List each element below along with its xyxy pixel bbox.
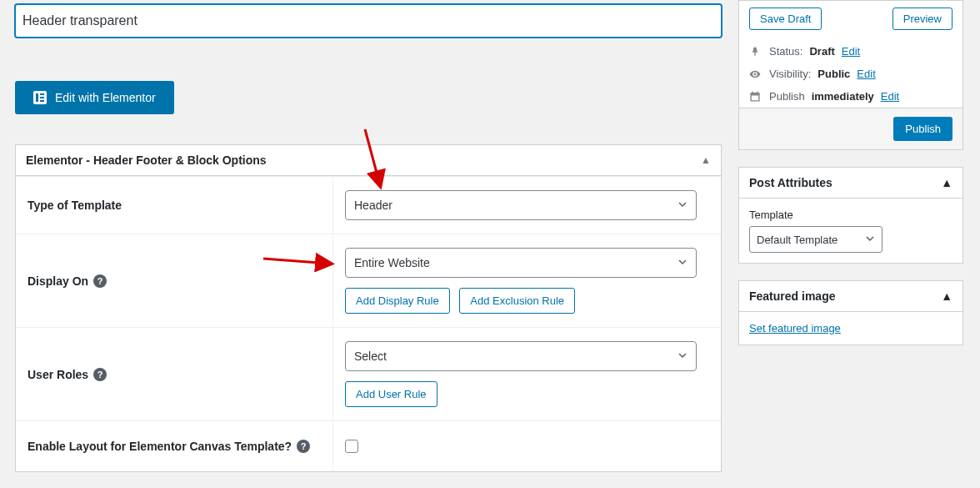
collapse-icon: ▲ [701, 154, 711, 166]
type-of-template-select[interactable]: Header [345, 190, 697, 220]
add-display-rule-button[interactable]: Add Display Rule [345, 288, 450, 314]
type-of-template-label: Type of Template [28, 199, 122, 212]
visibility-value: Public [818, 68, 850, 80]
post-attributes-title: Post Attributes [749, 176, 832, 189]
calendar-icon [749, 91, 762, 103]
collapse-icon: ▲ [941, 176, 952, 189]
display-on-select[interactable]: Entire Website [345, 248, 697, 278]
add-exclusion-rule-button[interactable]: Add Exclusion Rule [459, 288, 575, 314]
post-attributes-header[interactable]: Post Attributes ▲ [739, 168, 962, 199]
publish-value: immediately [812, 90, 874, 103]
edit-with-elementor-label: Edit with Elementor [55, 91, 156, 104]
display-on-label: Display On [28, 274, 88, 288]
featured-image-header[interactable]: Featured image ▲ [739, 281, 962, 312]
set-featured-image-link[interactable]: Set featured image [749, 322, 841, 335]
post-title-input[interactable] [15, 4, 722, 38]
post-attributes-box: Post Attributes ▲ Template Default Templ… [738, 167, 963, 264]
preview-button[interactable]: Preview [892, 8, 952, 30]
featured-image-title: Featured image [749, 289, 835, 303]
svg-rect-3 [40, 100, 44, 102]
eye-icon [749, 68, 762, 80]
chevron-down-icon [678, 350, 688, 363]
featured-image-box: Featured image ▲ Set featured image [738, 280, 963, 345]
svg-rect-2 [40, 97, 44, 98]
chevron-down-icon [678, 256, 688, 269]
visibility-edit-link[interactable]: Edit [857, 68, 875, 80]
user-roles-value: Select [354, 350, 387, 363]
help-icon[interactable]: ? [93, 368, 107, 381]
enable-canvas-checkbox[interactable] [345, 440, 358, 453]
edit-with-elementor-button[interactable]: Edit with Elementor [15, 81, 174, 114]
save-draft-button[interactable]: Save Draft [749, 8, 822, 30]
user-roles-select[interactable]: Select [345, 341, 697, 371]
template-label: Template [749, 209, 952, 221]
visibility-label: Visibility: [769, 68, 811, 80]
svg-rect-1 [40, 93, 44, 95]
hfe-options-panel: Elementor - Header Footer & Block Option… [15, 144, 722, 472]
user-roles-label: User Roles [28, 368, 88, 381]
help-icon[interactable]: ? [297, 440, 310, 453]
chevron-down-icon [678, 199, 688, 212]
help-icon[interactable]: ? [93, 274, 107, 288]
hfe-panel-header[interactable]: Elementor - Header Footer & Block Option… [16, 145, 721, 176]
type-of-template-value: Header [354, 199, 392, 212]
hfe-panel-title: Elementor - Header Footer & Block Option… [26, 153, 267, 167]
status-value: Draft [809, 45, 834, 58]
template-select[interactable]: Default Template [749, 226, 882, 253]
display-on-value: Entire Website [354, 256, 430, 269]
collapse-icon: ▲ [941, 289, 952, 303]
status-edit-link[interactable]: Edit [842, 45, 860, 58]
publish-button[interactable]: Publish [893, 117, 952, 141]
publish-box: Save Draft Preview Status: Draft Edit Vi… [738, 0, 963, 150]
publish-label: Publish [769, 90, 805, 103]
publish-edit-link[interactable]: Edit [881, 90, 899, 103]
chevron-down-icon [865, 234, 875, 246]
svg-rect-0 [36, 93, 38, 102]
elementor-icon [33, 91, 47, 104]
add-user-rule-button[interactable]: Add User Rule [345, 381, 438, 407]
template-value: Default Template [757, 234, 838, 246]
status-label: Status: [769, 45, 802, 58]
enable-canvas-label: Enable Layout for Elementor Canvas Templ… [28, 440, 292, 453]
pin-icon [749, 46, 762, 58]
